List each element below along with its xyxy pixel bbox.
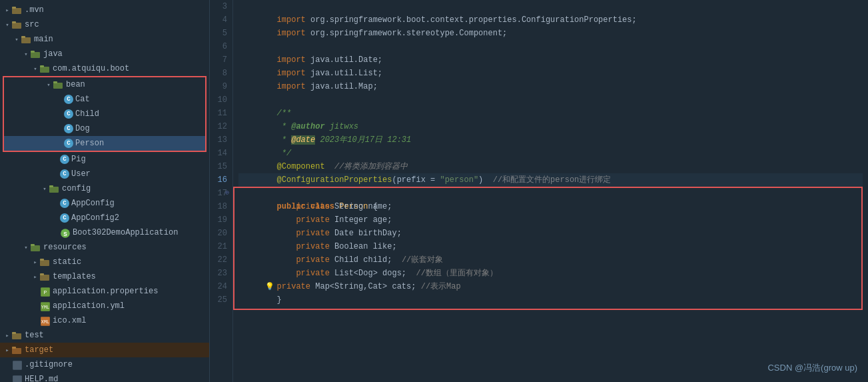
label-config: config — [62, 184, 91, 193]
folder-icon-bean — [53, 81, 64, 89]
svg-rect-5 — [21, 36, 25, 38]
label-pig: Pig — [71, 155, 86, 164]
tree-item-config[interactable]: config — [0, 181, 209, 196]
svg-rect-29 — [12, 332, 16, 334]
label-ico-xml: ico.xml — [53, 316, 86, 325]
svg-text:S: S — [63, 231, 67, 238]
label-cat: Cat — [75, 95, 90, 104]
tree-item-appconfig2[interactable]: C AppConfig2 — [0, 211, 209, 225]
tree-item-pig[interactable]: C Pig — [0, 152, 209, 167]
tree-item-dog[interactable]: C Dog — [4, 121, 205, 136]
tree-item-app-properties[interactable]: P application.properties — [0, 284, 209, 299]
svg-rect-17 — [31, 244, 35, 246]
tree-item-helpmd[interactable]: HELP.md — [0, 372, 209, 382]
label-java: java — [43, 49, 63, 59]
line-num-21: 21 — [213, 240, 227, 253]
line-num-19: 19 — [213, 213, 227, 227]
arrow-com — [31, 65, 40, 73]
line-num-22: 22 — [213, 253, 227, 267]
tree-item-gitignore[interactable]: .gitignore — [0, 357, 209, 372]
label-gitignore: .gitignore — [25, 360, 73, 369]
svg-rect-18 — [40, 260, 49, 266]
tree-item-templates[interactable]: templates — [0, 269, 209, 284]
svg-rect-2 — [12, 23, 21, 29]
tree-item-src[interactable]: src — [0, 17, 209, 32]
label-app-properties: application.properties — [53, 287, 158, 296]
folder-icon-target — [12, 346, 23, 354]
arrow-main — [12, 36, 21, 43]
code-line-5 — [238, 27, 863, 40]
tree-item-test[interactable]: test — [0, 328, 209, 343]
tree-item-child[interactable]: C Child — [4, 107, 205, 121]
tree-item-resources[interactable]: resources — [0, 240, 209, 255]
svg-rect-19 — [40, 259, 44, 261]
label-templates: templates — [53, 272, 96, 281]
class-icon-child: C — [64, 109, 73, 119]
label-resources: resources — [43, 243, 87, 252]
label-appconfig2: AppConfig2 — [71, 213, 119, 223]
svg-rect-3 — [12, 21, 16, 23]
folder-icon-src — [12, 21, 23, 29]
label-child: Child — [75, 109, 99, 119]
label-bean: bean — [66, 80, 85, 89]
svg-rect-1 — [12, 7, 16, 9]
folder-icon-templates — [40, 273, 51, 281]
class-icon-appconfig2: C — [60, 213, 69, 223]
code-line-4: import org.springframework.stereotype.Co… — [238, 13, 863, 27]
tree-item-main[interactable]: main — [0, 32, 209, 47]
tree-item-ico-xml[interactable]: XML ico.xml — [0, 313, 209, 328]
folder-icon-main — [21, 35, 32, 43]
svg-rect-7 — [31, 51, 35, 53]
code-editor: 3 4 5 6 7 8 9 10 11 12 13 14 15 16 17 18… — [210, 0, 868, 382]
line-num-23: 23 — [213, 267, 227, 280]
tree-item-target[interactable]: target — [0, 343, 209, 357]
tree-item-com-atquiqu[interactable]: com.atquiqu.boot — [0, 61, 209, 76]
arrow-src — [3, 21, 12, 29]
tree-item-user[interactable]: C User — [0, 167, 209, 181]
class-icon-pig: C — [60, 155, 69, 164]
label-helpmd: HELP.md — [25, 375, 58, 382]
tree-item-mvn[interactable]: .mvn — [0, 3, 209, 17]
line-num-18: 18 — [213, 200, 227, 213]
line-num-12: 12 — [213, 120, 227, 133]
svg-rect-28 — [12, 333, 21, 339]
svg-rect-16 — [31, 245, 40, 251]
code-content[interactable]: import org.springframework.boot.context.… — [233, 0, 868, 382]
tree-item-person[interactable]: C Person — [4, 136, 205, 151]
class-icon-dog: C — [64, 124, 73, 133]
arrow-java — [21, 51, 31, 58]
class-icon-person: C — [64, 139, 73, 148]
code-line-11: * @author jitwxs — [238, 107, 863, 120]
svg-rect-20 — [40, 275, 49, 281]
tree-item-java[interactable]: java — [0, 47, 209, 61]
line-num-9: 9 — [213, 80, 227, 93]
line-num-4: 4 — [213, 13, 227, 27]
tree-item-bean[interactable]: bean — [4, 77, 205, 92]
tree-item-boot302[interactable]: S Boot302DemoApplication — [0, 225, 209, 240]
code-line-17: private String name; — [238, 187, 863, 200]
svg-text:P: P — [44, 289, 47, 295]
svg-rect-33 — [13, 375, 22, 382]
code-line-14: @Component //将类添加到容器中 — [238, 147, 863, 160]
code-line-3: import org.springframework.boot.context.… — [238, 0, 863, 13]
properties-icon: P — [40, 287, 51, 296]
tree-item-cat[interactable]: C Cat — [4, 92, 205, 107]
tree-item-static[interactable]: static — [0, 255, 209, 269]
code-line-23: 💡private Map<String,Cat> cats; //表示Map — [238, 267, 863, 280]
code-line-7: import java.util.List; — [238, 53, 863, 67]
code-line-24: } — [238, 280, 863, 293]
label-test: test — [25, 331, 44, 340]
arrow-resources — [21, 244, 31, 251]
label-appconfig: AppConfig — [71, 199, 115, 208]
tree-item-appconfig[interactable]: C AppConfig — [0, 196, 209, 211]
arrow-target — [3, 347, 12, 354]
tree-item-app-yml[interactable]: YML application.yml — [0, 299, 209, 313]
svg-rect-11 — [53, 81, 57, 83]
code-line-21: private Child child; //嵌套对象 — [238, 240, 863, 253]
label-target: target — [25, 345, 53, 355]
code-line-19: private Date birthDay; — [238, 213, 863, 227]
file-tree[interactable]: .mvn src main java com.atquiqu.boot — [0, 0, 210, 382]
line-num-25: 25 — [213, 293, 227, 307]
svg-text:XML: XML — [41, 319, 49, 325]
label-com: com.atquiqu.boot — [53, 64, 129, 73]
